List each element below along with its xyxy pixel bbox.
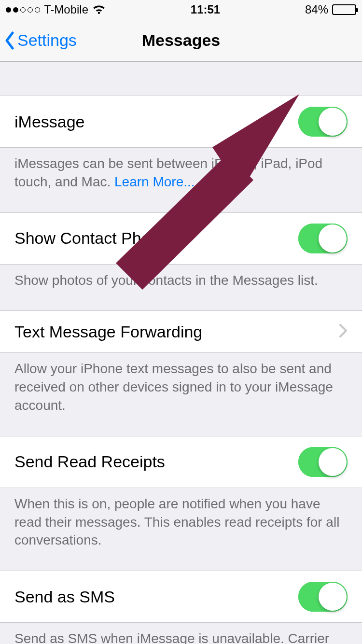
chevron-left-icon xyxy=(4,31,15,50)
status-time: 11:51 xyxy=(191,3,220,16)
back-label: Settings xyxy=(17,31,77,50)
read-receipts-toggle[interactable] xyxy=(298,447,348,477)
contact-photos-row[interactable]: Show Contact Photos xyxy=(0,212,362,265)
carrier-label: T-Mobile xyxy=(44,3,88,16)
contact-photos-label: Show Contact Photos xyxy=(14,229,172,248)
page-title: Messages xyxy=(142,31,221,50)
contact-photos-toggle[interactable] xyxy=(298,224,348,253)
imessage-label: iMessage xyxy=(14,112,85,131)
chevron-right-icon xyxy=(339,323,348,340)
learn-more-link[interactable]: Learn More... xyxy=(114,174,195,189)
imessage-footer: iMessages can be sent between iPhone, iP… xyxy=(0,148,362,203)
imessage-toggle[interactable] xyxy=(298,107,348,137)
send-sms-label: Send as SMS xyxy=(14,588,115,606)
group-spacer xyxy=(0,62,362,96)
read-receipts-footer: When this is on, people are notified whe… xyxy=(0,488,362,561)
send-sms-footer: Send as SMS when iMessage is unavailable… xyxy=(0,623,362,644)
send-sms-toggle[interactable] xyxy=(298,582,348,612)
status-left: T-Mobile xyxy=(6,3,106,16)
send-sms-row[interactable]: Send as SMS xyxy=(0,571,362,623)
battery-icon xyxy=(332,4,356,15)
imessage-row[interactable]: iMessage xyxy=(0,96,362,148)
forwarding-label: Text Message Forwarding xyxy=(14,322,202,341)
forwarding-row[interactable]: Text Message Forwarding xyxy=(0,310,362,353)
status-bar: T-Mobile 11:51 84% xyxy=(0,0,362,19)
status-right: 84% xyxy=(305,3,356,16)
read-receipts-row[interactable]: Send Read Receipts xyxy=(0,436,362,488)
wifi-icon xyxy=(92,4,106,15)
contact-photos-footer: Show photos of your contacts in the Mess… xyxy=(0,265,362,301)
forwarding-footer: Allow your iPhone text messages to also … xyxy=(0,353,362,426)
back-button[interactable]: Settings xyxy=(4,19,77,61)
signal-strength-icon xyxy=(6,7,40,13)
battery-percent-label: 84% xyxy=(305,3,328,16)
read-receipts-label: Send Read Receipts xyxy=(14,452,165,471)
nav-bar: Settings Messages xyxy=(0,19,362,62)
